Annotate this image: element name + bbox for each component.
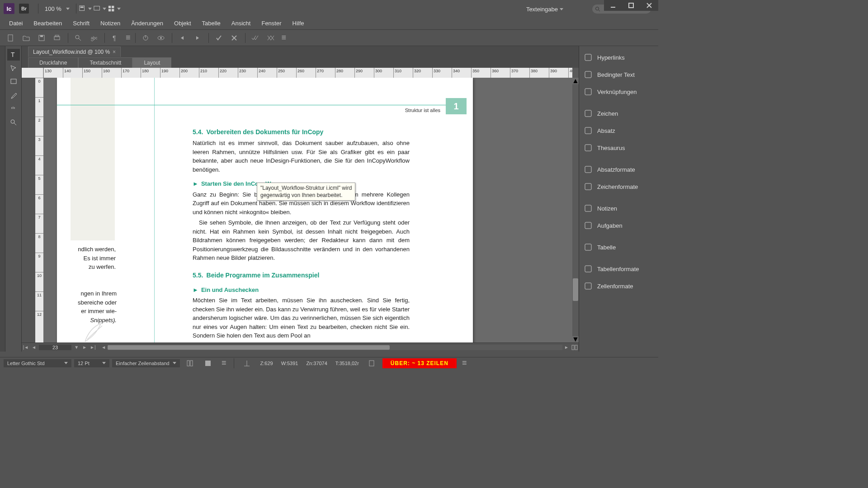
menu-datei[interactable]: Datei bbox=[4, 18, 28, 28]
zoom-tool[interactable] bbox=[7, 117, 20, 128]
panel-verknüpfungen[interactable]: Verknüpfungen bbox=[579, 83, 658, 100]
menu-hilfe[interactable]: Hilfe bbox=[287, 18, 310, 28]
eye-icon[interactable] bbox=[154, 32, 168, 44]
close-button[interactable] bbox=[640, 0, 658, 11]
column-break-icon[interactable] bbox=[183, 357, 197, 369]
next-page-button[interactable]: ► bbox=[80, 343, 89, 352]
panel-menu-icon[interactable]: ≡ bbox=[222, 358, 226, 368]
split-view-icon[interactable] bbox=[571, 343, 579, 352]
svg-point-7 bbox=[596, 7, 599, 10]
view-options-icon[interactable] bbox=[79, 3, 92, 14]
scrollbar-thumb[interactable] bbox=[573, 278, 578, 301]
panel-menu-icon[interactable]: ≡ bbox=[126, 33, 130, 42]
panel-hyperlinks[interactable]: Hyperlinks bbox=[579, 49, 658, 66]
menu-bearbeiten[interactable]: Bearbeiten bbox=[28, 18, 67, 28]
scroll-down-icon[interactable]: ▼ bbox=[572, 336, 579, 343]
menu-ansicht[interactable]: Ansicht bbox=[226, 18, 256, 28]
divider bbox=[172, 33, 172, 43]
panel-collapse-left[interactable] bbox=[0, 46, 5, 352]
bridge-button[interactable]: Br bbox=[19, 4, 29, 14]
minimize-button[interactable] bbox=[604, 0, 622, 11]
panel-zeichen[interactable]: Zeichen bbox=[579, 105, 658, 122]
pilcrow-icon[interactable]: ¶ bbox=[108, 32, 122, 44]
view-tab-textabschnitt[interactable]: Textabschnitt bbox=[78, 57, 132, 68]
arrange-docs-icon[interactable] bbox=[108, 3, 121, 14]
prev-page-button[interactable]: ◄ bbox=[30, 343, 38, 352]
page-number-field[interactable]: 23 bbox=[39, 345, 71, 350]
print-icon[interactable] bbox=[50, 32, 64, 44]
horizontal-ruler: 1301401501601701801902002102202302402502… bbox=[43, 68, 572, 78]
zoom-dropdown[interactable]: 100 % bbox=[41, 4, 73, 14]
spellcheck-icon[interactable]: abc bbox=[86, 32, 101, 44]
vertical-scrollbar[interactable]: ▲ ▼ bbox=[572, 78, 579, 343]
panel-bedingter-text[interactable]: Bedingter Text bbox=[579, 66, 658, 83]
svg-rect-38 bbox=[585, 54, 591, 61]
view-tab-druckfahne[interactable]: Druckfahne bbox=[28, 57, 78, 68]
menu-tabelle[interactable]: Tabelle bbox=[197, 18, 226, 28]
menu-notizen[interactable]: Notizen bbox=[95, 18, 126, 28]
document-tab[interactable]: Layout_Workflow.indd @ 100 %× bbox=[28, 47, 121, 57]
position-tool[interactable] bbox=[7, 62, 20, 74]
font-size-dropdown[interactable]: 12 Pt bbox=[74, 359, 109, 367]
svg-rect-1 bbox=[80, 7, 84, 8]
svg-rect-46 bbox=[585, 205, 591, 211]
reject-icon[interactable] bbox=[227, 32, 241, 44]
panel-menu-icon[interactable]: ≡ bbox=[282, 33, 286, 42]
prev-icon[interactable] bbox=[175, 32, 189, 44]
panel-aufgaben[interactable]: Aufgaben bbox=[579, 217, 658, 234]
note-tool[interactable] bbox=[7, 76, 20, 88]
scroll-up-icon[interactable]: ▲ bbox=[572, 78, 579, 84]
panel-zellenformate[interactable]: Zellenformate bbox=[579, 277, 658, 295]
panel-zeichenformate[interactable]: Zeichenformate bbox=[579, 178, 658, 195]
screen-mode-icon[interactable] bbox=[94, 3, 106, 14]
eyedropper-tool[interactable] bbox=[7, 89, 20, 101]
char-count: Z:629 bbox=[258, 359, 276, 367]
find-icon[interactable] bbox=[71, 32, 85, 44]
power-icon[interactable] bbox=[138, 32, 153, 44]
fit-icon[interactable] bbox=[364, 357, 379, 369]
menu-fenster[interactable]: Fenster bbox=[256, 18, 287, 28]
font-family-dropdown[interactable]: Letter Gothic Std bbox=[4, 359, 71, 367]
verknüpfungen-icon bbox=[584, 87, 593, 96]
tabellenformate-icon bbox=[584, 264, 593, 273]
open-icon[interactable] bbox=[19, 32, 33, 44]
svg-rect-53 bbox=[205, 361, 211, 366]
stats-icon[interactable] bbox=[240, 357, 254, 369]
panel-absatzformate[interactable]: Absatzformate bbox=[579, 161, 658, 178]
horizontal-scrollbar[interactable]: ◄ ► bbox=[99, 343, 579, 352]
text-frame[interactable]: 5.4. Vorbereiten des Dokuments für InCop… bbox=[193, 127, 410, 340]
menu-objekt[interactable]: Objekt bbox=[169, 18, 197, 28]
last-page-button[interactable]: ►| bbox=[89, 343, 97, 352]
panel-tabelle[interactable]: Tabelle bbox=[579, 239, 658, 256]
panel-thesaurus[interactable]: Thesaurus bbox=[579, 139, 658, 156]
panel-absatz[interactable]: Absatz bbox=[579, 122, 658, 139]
next-icon[interactable] bbox=[190, 32, 205, 44]
line-count: Zn:37074 bbox=[303, 359, 330, 367]
panel-menu-icon[interactable]: ≡ bbox=[462, 358, 466, 368]
close-tab-icon[interactable]: × bbox=[113, 49, 116, 55]
menu-änderungen[interactable]: Änderungen bbox=[126, 18, 169, 28]
panel-tabellenformate[interactable]: Tabellenformate bbox=[579, 260, 658, 277]
divider bbox=[135, 33, 136, 43]
hand-tool[interactable] bbox=[7, 103, 20, 115]
panel-notizen[interactable]: Notizen bbox=[579, 200, 658, 217]
page-dropdown[interactable]: ▼ bbox=[72, 343, 80, 352]
accept-icon[interactable] bbox=[212, 32, 226, 44]
svg-line-8 bbox=[599, 10, 600, 11]
menu-schrift[interactable]: Schrift bbox=[67, 18, 95, 28]
document-canvas[interactable]: Struktur ist alles 1 5.4. Vorbereiten de… bbox=[43, 78, 572, 343]
save-icon[interactable] bbox=[34, 32, 49, 44]
maximize-button[interactable] bbox=[622, 0, 640, 11]
svg-rect-50 bbox=[585, 283, 591, 289]
type-tool[interactable]: T bbox=[7, 49, 20, 61]
reject-all-icon[interactable] bbox=[264, 32, 278, 44]
leading-dropdown[interactable]: Einfacher Zeilenabstand bbox=[112, 359, 180, 367]
view-tab-layout[interactable]: Layout bbox=[132, 57, 171, 68]
accept-all-icon[interactable] bbox=[248, 32, 263, 44]
divider bbox=[68, 33, 68, 43]
svg-rect-9 bbox=[611, 7, 615, 8]
text-frame-icon[interactable] bbox=[201, 357, 215, 369]
workspace-dropdown[interactable]: Texteingabe bbox=[522, 4, 568, 14]
first-page-button[interactable]: |◄ bbox=[22, 343, 30, 352]
new-icon[interactable] bbox=[4, 32, 18, 44]
